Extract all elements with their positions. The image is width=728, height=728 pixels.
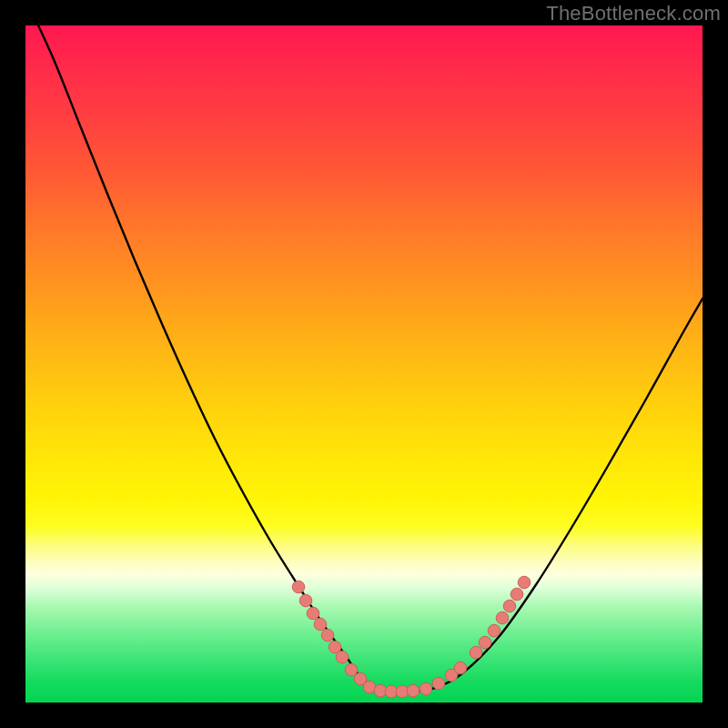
valley-dot — [496, 612, 509, 624]
valley-dot — [470, 646, 482, 659]
valley-dot — [345, 663, 358, 676]
valley-dot — [374, 684, 387, 697]
valley-dot — [407, 684, 420, 697]
valley-dot — [299, 594, 312, 607]
valley-dot — [432, 677, 445, 690]
valley-dot — [314, 618, 327, 631]
valley-dot — [307, 607, 319, 620]
valley-dot — [518, 576, 531, 589]
valley-dot — [292, 581, 305, 593]
valley-dot — [479, 636, 491, 649]
valley-dot — [503, 600, 516, 612]
bottleneck-curve — [25, 25, 703, 692]
valley-dot — [454, 662, 467, 674]
valley-dot — [511, 588, 523, 601]
valley-dot — [420, 682, 432, 695]
valley-dot — [321, 629, 334, 642]
plot-area — [25, 25, 703, 703]
curve-svg — [25, 25, 703, 703]
valley-dot — [396, 685, 409, 698]
watermark-text: TheBottleneck.com — [546, 2, 721, 25]
chart-frame: TheBottleneck.com — [0, 0, 728, 728]
valley-dot — [488, 624, 500, 637]
valley-dots-group — [292, 576, 531, 698]
valley-dot — [336, 651, 349, 663]
